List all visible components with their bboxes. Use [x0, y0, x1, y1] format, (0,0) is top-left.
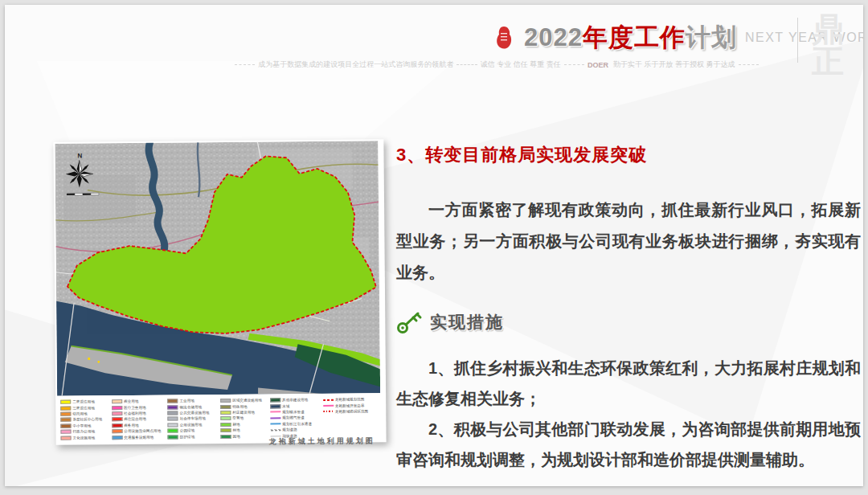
legend-label: 耕地: [232, 423, 240, 427]
legend-swatch: [270, 417, 280, 419]
legend-swatch: [168, 423, 178, 427]
legend-swatch: [112, 423, 122, 428]
legend-item: 文化设施用地: [61, 435, 110, 441]
legend-swatch: [270, 423, 280, 425]
legend-label: 龙袍新城规划范围: [335, 398, 365, 402]
legend-label: 医疗卫生用地: [124, 405, 146, 409]
company-logo: 鼎 正: [807, 13, 849, 77]
content-column: 3、转变目前格局实现发展突破 一方面紧密了解现有政策动向，抓住最新行业风口，拓展…: [396, 143, 861, 475]
slide: 2022年度工作计划 NEXT YEAR WORK PLAN 成为基于数据集成的…: [5, 5, 863, 486]
legend-swatch: [112, 436, 122, 440]
legend-swatch: [168, 411, 178, 415]
measures-heading-row: 实现措施: [396, 309, 861, 335]
measure-item: 1、抓住乡村振兴和生态环保政策红利，大力拓展村庄规划和生态修复相关业务；: [396, 353, 861, 414]
dashed-divider: [457, 64, 477, 65]
legend-label: 中小学用地: [72, 423, 91, 428]
legend-column: 商业用地医疗卫生用地社会福利用地商住混合用地商务用地公用设施营业网点用地交通服务…: [112, 399, 166, 442]
legend-item: 龙袍新城协调区范围: [323, 408, 377, 415]
landuse-map-panel: N 二类居住用地三类: [53, 139, 386, 445]
legend-swatch: [112, 406, 122, 410]
legend-column: 二类居住用地三类居住用地幼托用地基层社区中心用地中小学用地行政办公用地文化设施用…: [60, 399, 109, 442]
legend-label: 公共交通设施用地: [180, 411, 210, 415]
slide-header: 2022年度工作计划 NEXT YEAR WORK PLAN 成为基于数据集成的…: [5, 5, 863, 79]
legend-swatch: [60, 423, 71, 428]
legend-swatch: [60, 418, 71, 422]
dashed-divider: [235, 64, 255, 65]
tagline-mission: 成为基于数据集成的建设项目全过程一站式咨询服务的领航者: [258, 59, 453, 70]
legend-swatch: [167, 399, 178, 403]
measures-heading: 实现措施: [430, 311, 504, 333]
legend-swatch: [60, 430, 71, 434]
legend-column: 工业用地物流仓储用地公共交通设施用地社会停车场用地公用设施用地公园绿地防护绿地: [167, 398, 218, 441]
legend-swatch: [112, 411, 122, 415]
legend-swatch: [112, 429, 122, 433]
legend-label: 行政办公用地: [72, 430, 95, 434]
legend-item: 交通服务设施用地: [112, 434, 166, 440]
measure-item: 2、积极与公司其他部门联动发展，为咨询部提供前期用地预审咨询和规划调整，为规划设…: [396, 414, 861, 475]
logo-char-top: 鼎: [807, 13, 849, 45]
legend-label: 交通服务设施用地: [124, 435, 154, 439]
legend-label: 文化设施用地: [73, 436, 96, 440]
legend-swatch: [220, 411, 231, 415]
legend-swatch: [323, 399, 334, 400]
legend-swatch: [270, 399, 280, 403]
legend-label: 幼托用地: [72, 411, 87, 415]
legend-swatch: [323, 411, 334, 412]
legend-label: 龙袍新城开发边界: [335, 403, 365, 407]
legend-label: 其他非建设用地: [282, 398, 308, 402]
legend-swatch: [270, 404, 280, 408]
legend-label: 规划道路: [282, 428, 297, 432]
dashed-divider: [739, 64, 759, 65]
legend-swatch: [61, 436, 72, 440]
legend-label: 园地: [232, 434, 240, 438]
legend-item: 防护绿地: [168, 433, 219, 440]
map-caption: 龙袍新城土地利用规划图: [269, 436, 375, 447]
legend-label: 林地: [232, 428, 240, 432]
legend-swatch: [60, 406, 71, 410]
legend-label: 空置地: [232, 416, 244, 420]
legend-swatch: [168, 435, 178, 439]
legend-swatch: [112, 417, 122, 421]
legend-label: 防护绿地: [180, 435, 194, 439]
legend-label: 村庄建设用地: [232, 411, 255, 415]
scale-bar: [67, 193, 99, 195]
compass-north-label: N: [77, 152, 82, 159]
legend-label: 规划燃气管道: [282, 415, 305, 419]
legend-label: 商务用地: [124, 423, 138, 428]
intro-paragraph: 一方面紧密了解现有政策动向，抓住最新行业风口，拓展新型业务；另一方面积极与公司现…: [396, 194, 861, 288]
legend-swatch: [220, 416, 231, 420]
legend-label: 社会停车场用地: [180, 417, 206, 421]
legend-label: 公用设施用地: [180, 423, 203, 427]
legend-swatch: [220, 423, 231, 427]
legend-swatch: [220, 404, 231, 408]
legend-label: 基层社区中心用地: [72, 418, 102, 422]
red-seal-icon: [495, 26, 513, 50]
legend-swatch: [270, 429, 280, 431]
legend-item: 园地: [220, 433, 268, 440]
legend-label: 龙袍新城协调区范围: [335, 409, 368, 413]
legend-swatch: [270, 411, 280, 413]
page-title: 2022年度工作计划: [524, 21, 737, 55]
legend-label: 二类居住用地: [72, 400, 95, 404]
title-red-part: 年度工作: [583, 23, 686, 51]
legend-label: 商住混合用地: [124, 417, 146, 421]
tagline-values: 诚信 专业 信任 尊重 责任: [481, 59, 561, 70]
legend-swatch: [220, 428, 231, 432]
legend-swatch: [220, 434, 231, 438]
section-title: 3、转变目前格局实现发展突破: [396, 143, 861, 167]
legend-column: 区域交通设施用地特殊用地村庄建设用地空置地耕地林地园地: [220, 397, 268, 440]
company-tagline: 成为基于数据集成的建设项目全过程一站式咨询服务的领航者 诚信 专业 信任 尊重 …: [231, 59, 762, 70]
legend-swatch: [60, 412, 71, 416]
legend-swatch: [168, 417, 178, 421]
legend-label: 水域: [282, 404, 289, 408]
legend-swatch: [112, 399, 122, 403]
legend-swatch: [167, 405, 178, 409]
measures-list: 1、抓住乡村振兴和生态环保政策红利，大力拓展村庄规划和生态修复相关业务； 2、积…: [396, 353, 861, 475]
legend-label: 公园绿地: [180, 428, 194, 432]
tagline-spirit: 勤于实干 乐于开放 善于授权 勇于达成: [613, 59, 735, 70]
legend-label: 规划输水管道: [282, 410, 305, 414]
legend-label: 三类居住用地: [72, 406, 95, 410]
landuse-map: N: [55, 141, 380, 395]
legend-swatch: [323, 405, 334, 407]
legend-label: 社会福利用地: [124, 411, 146, 415]
